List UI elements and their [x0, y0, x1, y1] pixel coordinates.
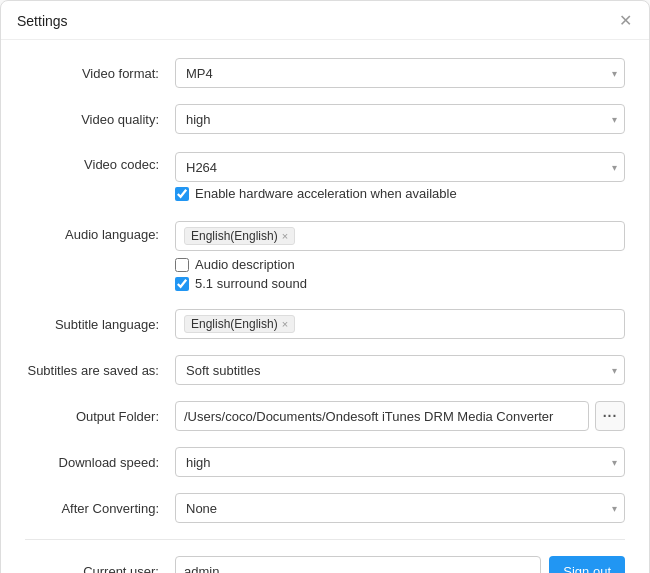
- subtitle-language-label: Subtitle language:: [25, 317, 175, 332]
- video-codec-select[interactable]: H264 H265 VP9: [175, 152, 625, 182]
- audio-english-tag: English(English) ×: [184, 227, 295, 245]
- download-speed-row: Download speed: low medium high ▾: [25, 439, 625, 485]
- output-folder-wrapper: ···: [175, 401, 625, 431]
- output-folder-label: Output Folder:: [25, 409, 175, 424]
- audio-description-row: Audio description: [175, 257, 625, 272]
- video-format-select-wrapper: MP4 MKV MOV AVI ▾: [175, 58, 625, 88]
- after-converting-select-wrapper: None Open Folder Shut Down ▾: [175, 493, 625, 523]
- audio-english-tag-label: English(English): [191, 229, 278, 243]
- current-user-input-wrapper: Sign out: [175, 556, 625, 573]
- download-speed-select[interactable]: low medium high: [175, 447, 625, 477]
- output-folder-control: ···: [175, 401, 625, 431]
- video-quality-row: Video quality: low medium high ▾: [25, 96, 625, 142]
- audio-description-label: Audio description: [195, 257, 295, 272]
- video-format-row: Video format: MP4 MKV MOV AVI ▾: [25, 50, 625, 96]
- download-speed-select-wrapper: low medium high ▾: [175, 447, 625, 477]
- subtitle-language-tag-input: English(English) ×: [175, 309, 625, 339]
- video-quality-select-wrapper: low medium high ▾: [175, 104, 625, 134]
- surround-sound-row: 5.1 surround sound: [175, 276, 625, 291]
- audio-language-label: Audio language:: [25, 221, 175, 242]
- subtitles-saved-label: Subtitles are saved as:: [25, 363, 175, 378]
- output-folder-row: Output Folder: ···: [25, 393, 625, 439]
- audio-language-control: English(English) × Audio description 5.1…: [175, 221, 625, 293]
- current-user-control: Sign out: [175, 556, 625, 573]
- download-speed-label: Download speed:: [25, 455, 175, 470]
- title-bar: Settings ✕: [1, 1, 649, 40]
- video-codec-row: Video codec: H264 H265 VP9 ▾ Enable hard…: [25, 142, 625, 211]
- audio-language-row: Audio language: English(English) × Audio…: [25, 211, 625, 301]
- sign-out-button[interactable]: Sign out: [549, 556, 625, 573]
- audio-english-tag-remove[interactable]: ×: [282, 230, 288, 242]
- video-codec-select-wrapper: H264 H265 VP9 ▾: [175, 152, 625, 182]
- settings-divider: [25, 539, 625, 540]
- audio-description-checkbox[interactable]: [175, 258, 189, 272]
- video-format-control: MP4 MKV MOV AVI ▾: [175, 58, 625, 88]
- surround-sound-checkbox[interactable]: [175, 277, 189, 291]
- subtitle-language-control: English(English) ×: [175, 309, 625, 339]
- video-quality-control: low medium high ▾: [175, 104, 625, 134]
- after-converting-select[interactable]: None Open Folder Shut Down: [175, 493, 625, 523]
- video-format-select[interactable]: MP4 MKV MOV AVI: [175, 58, 625, 88]
- current-user-row: Current user: Sign out: [25, 548, 625, 573]
- subtitles-saved-select[interactable]: Soft subtitles Hard subtitles External s…: [175, 355, 625, 385]
- subtitles-saved-control: Soft subtitles Hard subtitles External s…: [175, 355, 625, 385]
- video-quality-select[interactable]: low medium high: [175, 104, 625, 134]
- subtitles-saved-select-wrapper: Soft subtitles Hard subtitles External s…: [175, 355, 625, 385]
- window-title: Settings: [17, 13, 68, 29]
- subtitles-saved-row: Subtitles are saved as: Soft subtitles H…: [25, 347, 625, 393]
- settings-window: Settings ✕ Video format: MP4 MKV MOV AVI…: [0, 0, 650, 573]
- close-button[interactable]: ✕: [617, 13, 633, 29]
- subtitle-english-tag-label: English(English): [191, 317, 278, 331]
- audio-language-tag-input: English(English) ×: [175, 221, 625, 251]
- subtitle-english-tag: English(English) ×: [184, 315, 295, 333]
- hw-acceleration-label: Enable hardware acceleration when availa…: [195, 186, 457, 201]
- current-user-input[interactable]: [175, 556, 541, 573]
- settings-content: Video format: MP4 MKV MOV AVI ▾ Video qu…: [1, 40, 649, 573]
- output-folder-input[interactable]: [175, 401, 589, 431]
- after-converting-row: After Converting: None Open Folder Shut …: [25, 485, 625, 531]
- output-folder-browse-button[interactable]: ···: [595, 401, 625, 431]
- video-quality-label: Video quality:: [25, 112, 175, 127]
- after-converting-label: After Converting:: [25, 501, 175, 516]
- surround-sound-label: 5.1 surround sound: [195, 276, 307, 291]
- video-format-label: Video format:: [25, 66, 175, 81]
- subtitle-english-tag-remove[interactable]: ×: [282, 318, 288, 330]
- subtitle-language-row: Subtitle language: English(English) ×: [25, 301, 625, 347]
- hw-acceleration-row: Enable hardware acceleration when availa…: [175, 186, 625, 201]
- video-codec-control: H264 H265 VP9 ▾ Enable hardware accelera…: [175, 152, 625, 203]
- current-user-label: Current user:: [25, 564, 175, 574]
- download-speed-control: low medium high ▾: [175, 447, 625, 477]
- hw-acceleration-checkbox[interactable]: [175, 187, 189, 201]
- video-codec-label: Video codec:: [25, 152, 175, 172]
- after-converting-control: None Open Folder Shut Down ▾: [175, 493, 625, 523]
